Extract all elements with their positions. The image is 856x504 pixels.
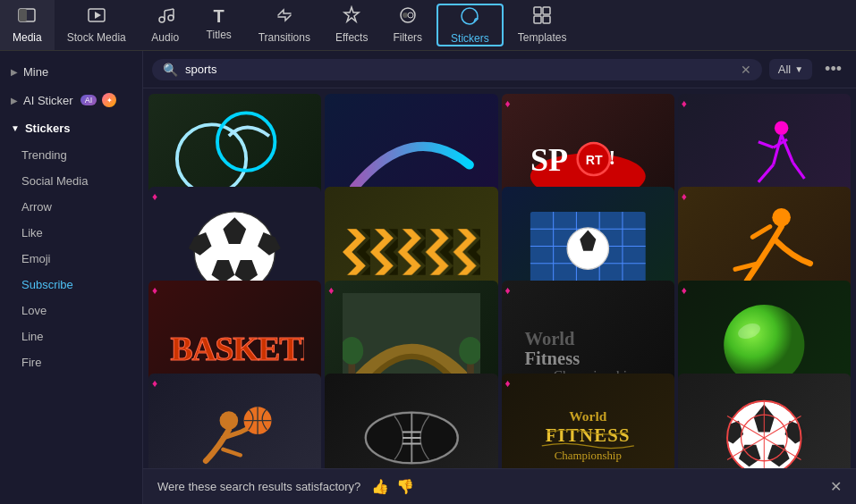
svg-text:FITNESS: FITNESS bbox=[546, 425, 631, 445]
transitions-icon bbox=[275, 5, 294, 28]
sidebar-item-arrow[interactable]: Arrow bbox=[0, 194, 142, 220]
svg-line-25 bbox=[759, 164, 774, 181]
premium-badge-12: ♦ bbox=[682, 284, 687, 297]
svg-point-4 bbox=[159, 17, 165, 22]
nav-media-label: Media bbox=[13, 31, 42, 44]
svg-rect-38 bbox=[343, 229, 481, 275]
nav-templates[interactable]: Templates bbox=[505, 0, 580, 50]
sidebar-item-fire[interactable]: Fire bbox=[0, 349, 142, 375]
sidebar-item-emoji[interactable]: Emoji bbox=[0, 246, 142, 272]
sidebar-item-emoji-label: Emoji bbox=[21, 252, 51, 265]
svg-text:Championship: Championship bbox=[555, 450, 622, 463]
nav-filters-label: Filters bbox=[393, 31, 422, 44]
clear-search-button[interactable]: ✕ bbox=[741, 63, 751, 77]
sidebar-item-love[interactable]: Love bbox=[0, 298, 142, 323]
audio-icon bbox=[156, 5, 175, 28]
templates-icon bbox=[532, 5, 552, 28]
search-input[interactable] bbox=[185, 63, 733, 76]
nav-stickers[interactable]: Stickers bbox=[436, 4, 504, 46]
sidebar-item-line[interactable]: Line bbox=[0, 323, 142, 349]
sidebar-item-social-media-label: Social Media bbox=[21, 174, 88, 188]
nav-filters[interactable]: Filters bbox=[380, 0, 435, 50]
nav-effects-label: Effects bbox=[335, 31, 368, 44]
nav-media[interactable]: Media bbox=[0, 0, 55, 50]
media-icon bbox=[17, 5, 37, 28]
nav-stock-media[interactable]: Stock Media bbox=[55, 0, 139, 50]
ai-icon: ✦ bbox=[102, 93, 116, 107]
main-content: ▶ Mine ▶ AI Sticker AI ✦ ▼ Stickers Tren… bbox=[0, 51, 856, 504]
nav-titles[interactable]: T Titles bbox=[192, 0, 246, 50]
stickers-header-arrow-icon: ▼ bbox=[11, 123, 20, 133]
sidebar-mine[interactable]: ▶ Mine bbox=[0, 58, 142, 86]
svg-point-23 bbox=[775, 121, 788, 134]
svg-marker-3 bbox=[95, 12, 101, 19]
content-area: 🔍 ✕ All ▼ ••• ⬇ bbox=[143, 51, 856, 504]
filters-icon bbox=[398, 5, 418, 28]
search-input-wrapper: 🔍 ✕ bbox=[152, 59, 762, 80]
svg-line-26 bbox=[782, 134, 793, 162]
thumbs-down-button[interactable]: 👎 bbox=[396, 478, 414, 495]
svg-point-16 bbox=[177, 124, 246, 193]
filter-dropdown[interactable]: All ▼ bbox=[769, 59, 812, 80]
feedback-actions: 👍 👎 bbox=[371, 478, 414, 495]
sidebar-item-trending-label: Trending bbox=[21, 148, 67, 162]
svg-rect-12 bbox=[534, 7, 541, 14]
sidebar-item-subscribe[interactable]: Subscribe bbox=[0, 272, 142, 298]
search-icon: 🔍 bbox=[163, 63, 178, 77]
sidebar: ▶ Mine ▶ AI Sticker AI ✦ ▼ Stickers Tren… bbox=[0, 51, 143, 504]
premium-badge-15: ♦ bbox=[505, 377, 511, 390]
sticker-grid: ⬇ ⬇ ♦ bbox=[143, 88, 856, 468]
svg-point-5 bbox=[168, 15, 174, 21]
ai-sticker-arrow-icon: ▶ bbox=[11, 96, 18, 105]
premium-badge-5: ♦ bbox=[152, 190, 157, 203]
effects-icon bbox=[342, 5, 361, 28]
svg-line-27 bbox=[793, 162, 805, 178]
svg-rect-14 bbox=[534, 16, 541, 23]
nav-transitions-label: Transitions bbox=[258, 31, 310, 44]
thumbs-up-button[interactable]: 👍 bbox=[371, 478, 389, 495]
nav-stickers-label: Stickers bbox=[451, 32, 489, 45]
premium-badge-8: ♦ bbox=[682, 190, 687, 203]
sidebar-ai-sticker-label: AI Sticker bbox=[23, 94, 73, 107]
svg-text:BASKETBALL: BASKETBALL bbox=[171, 331, 304, 367]
sticker-card-16[interactable]: ⬇ bbox=[678, 374, 851, 468]
top-navigation: Media Stock Media Audio T Titles bbox=[0, 0, 856, 51]
premium-badge-11: ♦ bbox=[505, 284, 511, 297]
nav-audio[interactable]: Audio bbox=[139, 0, 192, 50]
nav-stock-media-label: Stock Media bbox=[67, 31, 126, 44]
sidebar-mine-label: Mine bbox=[23, 65, 48, 79]
titles-icon: T bbox=[214, 7, 225, 25]
sticker-card-14[interactable]: ⬇ bbox=[325, 374, 497, 468]
sticker-card-15[interactable]: ♦ World FITNESS Championship ⬇ bbox=[502, 374, 674, 468]
close-feedback-button[interactable]: ✕ bbox=[830, 478, 842, 495]
premium-badge-10: ♦ bbox=[328, 284, 334, 297]
nav-titles-label: Titles bbox=[207, 29, 232, 41]
sidebar-ai-sticker[interactable]: ▶ AI Sticker AI ✦ bbox=[0, 86, 142, 114]
svg-rect-15 bbox=[543, 16, 550, 23]
sidebar-item-like-label: Like bbox=[21, 226, 43, 239]
sidebar-item-social-media[interactable]: Social Media bbox=[0, 168, 142, 194]
search-bar: 🔍 ✕ All ▼ ••• bbox=[143, 51, 856, 88]
stickers-icon bbox=[460, 6, 479, 29]
nav-transitions[interactable]: Transitions bbox=[246, 0, 323, 50]
premium-badge-4: ♦ bbox=[682, 97, 687, 110]
ai-badge: AI bbox=[81, 95, 97, 105]
feedback-bar: Were these search results satisfactory? … bbox=[143, 468, 856, 504]
sidebar-item-line-label: Line bbox=[21, 330, 44, 343]
sidebar-stickers-header[interactable]: ▼ Stickers bbox=[0, 114, 142, 142]
mine-arrow-icon: ▶ bbox=[11, 67, 18, 77]
svg-text:SP: SP bbox=[530, 141, 568, 177]
svg-rect-1 bbox=[19, 9, 27, 21]
sidebar-item-arrow-label: Arrow bbox=[21, 200, 52, 214]
svg-point-10 bbox=[403, 13, 408, 18]
svg-rect-13 bbox=[543, 7, 550, 14]
svg-line-24 bbox=[774, 134, 782, 164]
nav-effects[interactable]: Effects bbox=[323, 0, 380, 50]
more-options-button[interactable]: ••• bbox=[819, 58, 847, 80]
sidebar-item-like[interactable]: Like bbox=[0, 220, 142, 246]
svg-text:RT: RT bbox=[586, 153, 603, 167]
sticker-card-13[interactable]: ♦ ⬇ bbox=[148, 374, 321, 468]
sidebar-item-trending[interactable]: Trending bbox=[0, 142, 142, 168]
filter-chevron-icon: ▼ bbox=[794, 64, 803, 74]
nav-audio-label: Audio bbox=[151, 31, 179, 44]
